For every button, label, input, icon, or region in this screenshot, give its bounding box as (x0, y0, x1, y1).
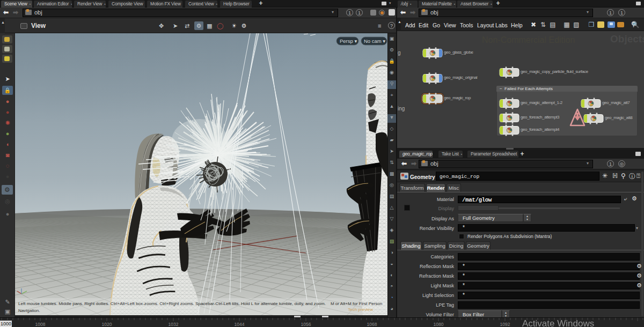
svg-text:Navigation.: Navigation. (18, 308, 40, 313)
svg-text:Persp ▾: Persp ▾ (340, 38, 357, 44)
svg-text:No cam ▾: No cam ▾ (364, 38, 385, 44)
svg-text:Left mouse tumbles. Middle pan: Left mouse tumbles. Middle pans. Right d… (18, 301, 382, 306)
svg-text:Tech preview: Tech preview (348, 307, 373, 312)
